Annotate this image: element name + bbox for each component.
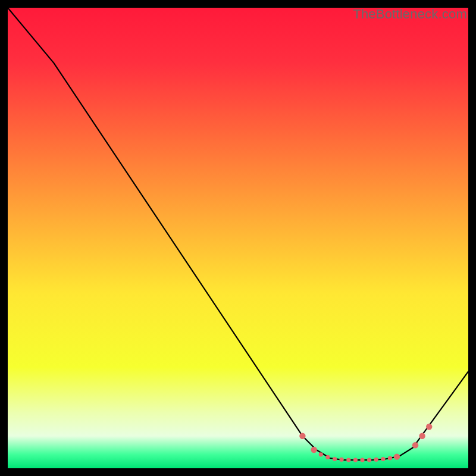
dot — [319, 452, 323, 456]
dot — [419, 433, 425, 439]
dot — [367, 458, 371, 462]
chart-svg — [8, 8, 468, 468]
gradient-background — [8, 8, 468, 468]
dot — [346, 458, 350, 462]
dot — [388, 456, 392, 460]
dot — [353, 458, 358, 462]
dot — [333, 457, 337, 461]
chart-frame: TheBottleneck.com — [8, 8, 468, 468]
watermark-text: TheBottleneck.com — [353, 7, 467, 22]
dot — [340, 458, 344, 462]
dot — [360, 458, 364, 462]
dot — [325, 455, 330, 459]
dot — [299, 433, 305, 439]
dot — [381, 457, 385, 461]
dot — [311, 447, 317, 453]
dot — [374, 458, 378, 462]
dot — [426, 424, 432, 430]
dot — [394, 453, 400, 459]
dot — [412, 442, 418, 448]
